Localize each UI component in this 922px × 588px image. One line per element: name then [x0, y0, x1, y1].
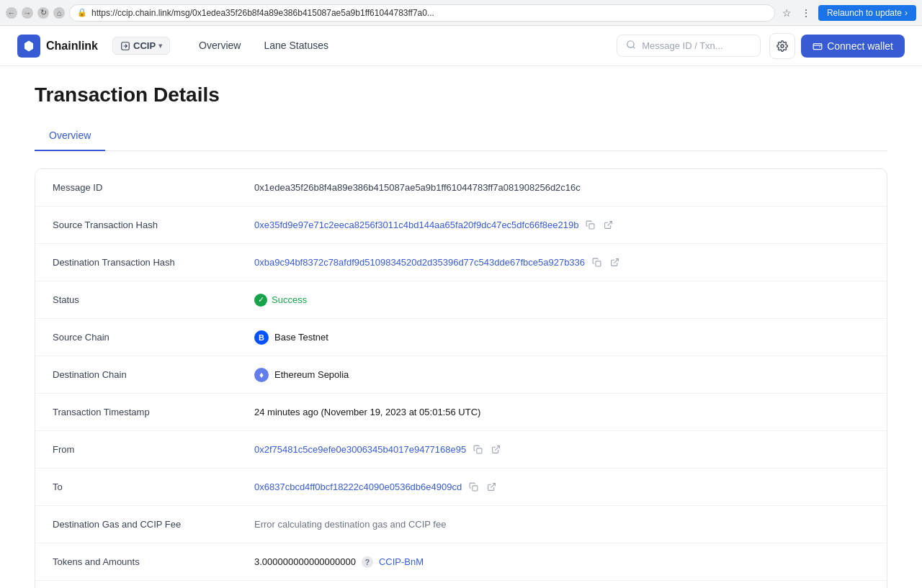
- table-row: Destination Transaction Hash 0xba9c94bf8…: [35, 244, 887, 281]
- ccip-bnm-link[interactable]: CCIP-BnM: [379, 556, 424, 567]
- nav-overview[interactable]: Overview: [187, 26, 252, 66]
- svg-line-8: [614, 259, 618, 263]
- ccip-label: CCIP: [133, 40, 156, 51]
- table-row: Destination Chain ♦ Ethereum Sepolia: [35, 356, 887, 394]
- browser-bar: ← → ↻ ⌂ 🔒 https://ccip.chain.link/msg/0x…: [0, 0, 922, 26]
- connect-wallet-label: Connect wallet: [827, 40, 893, 52]
- copy-icon: [469, 482, 478, 492]
- label-dest-gas-fee: Destination Gas and CCIP Fee: [35, 509, 237, 540]
- table-row: Data: [35, 581, 887, 588]
- lock-icon: 🔒: [77, 8, 87, 17]
- label-source-tx-hash: Source Transaction Hash: [35, 209, 237, 240]
- app-header: Chainlink CCIP ▾ Overview Lane Statuses …: [0, 26, 922, 66]
- external-source-tx-hash-button[interactable]: [602, 219, 614, 231]
- table-row: Status ✓ Success: [35, 281, 887, 319]
- page-title: Transaction Details: [35, 66, 887, 121]
- value-tokens-amounts: 3.000000000000000000 ? CCIP-BnM: [237, 546, 887, 578]
- tabs-bar: Overview: [35, 121, 887, 151]
- base-chain-icon: B: [254, 330, 269, 345]
- label-dest-chain: Destination Chain: [35, 359, 237, 390]
- value-dest-chain: ♦ Ethereum Sepolia: [237, 358, 887, 392]
- search-bar[interactable]: Message ID / Txn...: [617, 35, 761, 57]
- bookmark-icon[interactable]: ☆: [779, 5, 795, 21]
- copy-from-button[interactable]: [472, 443, 484, 456]
- reload-button[interactable]: ↻: [37, 7, 49, 19]
- details-table: Message ID 0x1edea35f26b8f4a89e386b41508…: [35, 168, 887, 588]
- wallet-icon: [813, 41, 823, 51]
- svg-marker-0: [24, 40, 33, 51]
- svg-rect-5: [589, 224, 594, 229]
- connect-wallet-button[interactable]: Connect wallet: [801, 35, 905, 58]
- external-from-button[interactable]: [490, 443, 502, 456]
- settings-icon: [776, 40, 788, 52]
- nav-lane-statuses[interactable]: Lane Statuses: [252, 26, 340, 66]
- value-to: 0x6837cbcd4ff0bcf18222c4090e0536db6e4909…: [237, 471, 887, 503]
- copy-icon: [473, 445, 483, 454]
- svg-line-6: [608, 222, 612, 226]
- tab-overview[interactable]: Overview: [35, 121, 105, 151]
- eth-chain-icon: ♦: [254, 368, 269, 382]
- svg-rect-11: [473, 486, 478, 491]
- table-row: Source Chain B Base Testnet: [35, 319, 887, 356]
- status-badge: ✓ Success: [254, 294, 307, 307]
- main-nav: Overview Lane Statuses: [187, 26, 340, 66]
- relaunch-arrow: ›: [905, 8, 908, 18]
- value-dest-gas-fee: Error calculating destination gas and CC…: [237, 509, 887, 540]
- home-button[interactable]: ⌂: [53, 7, 65, 19]
- external-link-icon: [491, 445, 501, 454]
- browser-icons: ☆ ⋮: [779, 5, 814, 21]
- label-timestamp: Transaction Timestamp: [35, 397, 237, 428]
- table-row: Tokens and Amounts 3.000000000000000000 …: [35, 543, 887, 581]
- to-address-link[interactable]: 0x6837cbcd4ff0bcf18222c4090e0536db6e4909…: [254, 481, 462, 492]
- url-bar[interactable]: 🔒 https://ccip.chain.link/msg/0x1edea35f…: [69, 4, 775, 22]
- url-text: https://ccip.chain.link/msg/0x1edea35f26…: [91, 8, 767, 18]
- table-row: Message ID 0x1edea35f26b8f4a89e386b41508…: [35, 169, 887, 207]
- ccip-badge[interactable]: CCIP ▾: [112, 37, 170, 55]
- search-icon: [626, 40, 636, 52]
- copy-to-button[interactable]: [467, 481, 480, 493]
- ccip-icon: [120, 41, 130, 51]
- value-dest-tx-hash: 0xba9c94bf8372c78afdf9d5109834520d2d3539…: [237, 246, 887, 279]
- back-button[interactable]: ←: [6, 7, 17, 19]
- table-row: Transaction Timestamp 24 minutes ago (No…: [35, 394, 887, 431]
- tokens-question-icon[interactable]: ?: [362, 556, 373, 568]
- value-from: 0x2f75481c5ce9efe0e3006345b4017e9477168e…: [237, 433, 887, 466]
- value-source-tx-hash: 0xe35fd9e97e71c2eeca8256f3011c4bd144aa65…: [237, 209, 887, 241]
- from-address-link[interactable]: 0x2f75481c5ce9efe0e3006345b4017e9477168e…: [254, 444, 466, 455]
- relaunch-button[interactable]: Relaunch to update ›: [818, 5, 916, 21]
- menu-icon[interactable]: ⋮: [798, 5, 814, 21]
- external-dest-tx-hash-button[interactable]: [609, 256, 621, 268]
- svg-rect-4: [813, 43, 822, 49]
- external-link-icon: [487, 482, 496, 492]
- svg-rect-7: [596, 261, 601, 266]
- search-placeholder: Message ID / Txn...: [642, 40, 722, 51]
- label-from: From: [35, 434, 237, 465]
- svg-point-3: [781, 45, 784, 48]
- svg-rect-9: [477, 448, 482, 453]
- settings-button[interactable]: [769, 33, 795, 59]
- external-to-button[interactable]: [485, 481, 498, 493]
- table-row: Destination Gas and CCIP Fee Error calcu…: [35, 506, 887, 543]
- logo-name: Chainlink: [46, 40, 98, 53]
- value-source-chain: B Base Testnet: [237, 320, 887, 355]
- forward-button[interactable]: →: [22, 7, 33, 19]
- external-link-icon: [610, 258, 619, 267]
- copy-dest-tx-hash-button[interactable]: [591, 256, 603, 268]
- value-status: ✓ Success: [237, 284, 887, 317]
- logo-area[interactable]: Chainlink: [17, 35, 98, 58]
- dest-tx-hash-link[interactable]: 0xba9c94bf8372c78afdf9d5109834520d2d3539…: [254, 257, 585, 268]
- copy-icon: [592, 258, 601, 267]
- ccip-chevron-icon: ▾: [158, 42, 162, 50]
- svg-line-12: [491, 484, 496, 488]
- page-content: Transaction Details Overview Message ID …: [0, 66, 922, 588]
- external-link-icon: [604, 220, 613, 230]
- label-status: Status: [35, 284, 237, 315]
- copy-source-tx-hash-button[interactable]: [584, 219, 596, 231]
- source-tx-hash-link[interactable]: 0xe35fd9e97e71c2eeca8256f3011c4bd144aa65…: [254, 220, 578, 230]
- chainlink-logo-icon: [17, 35, 40, 58]
- table-row: Source Transaction Hash 0xe35fd9e97e71c2…: [35, 207, 887, 244]
- label-source-chain: Source Chain: [35, 322, 237, 353]
- status-dot-icon: ✓: [254, 294, 267, 307]
- label-data: Data: [35, 584, 237, 589]
- label-tokens-amounts: Tokens and Amounts: [35, 546, 237, 577]
